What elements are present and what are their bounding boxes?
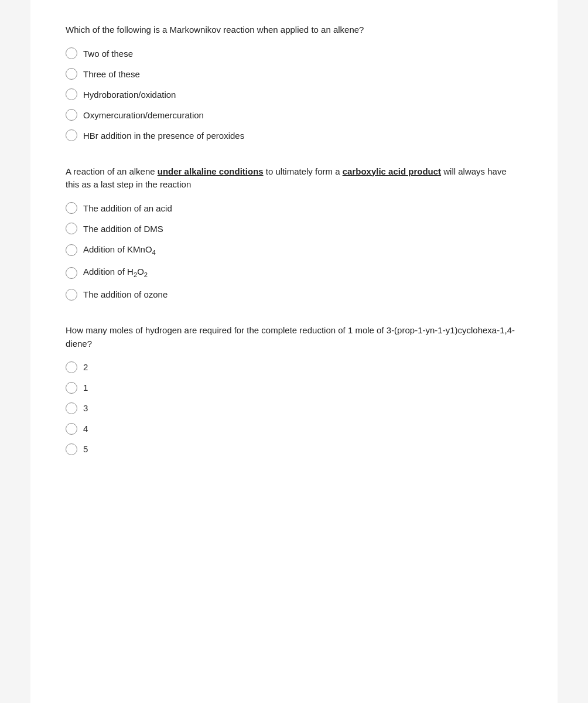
question-1-text: Which of the following is a Markownikov … (66, 23, 522, 37)
list-item[interactable]: 1 (66, 381, 522, 394)
option-label: Three of these (83, 68, 140, 80)
list-item[interactable]: Addition of KMnO4 (66, 243, 522, 258)
question-1: Which of the following is a Markownikov … (66, 23, 522, 142)
radio-button[interactable] (66, 267, 77, 279)
list-item[interactable]: Two of these (66, 47, 522, 60)
radio-button[interactable] (66, 47, 77, 59)
radio-button[interactable] (66, 443, 77, 455)
radio-button[interactable] (66, 129, 77, 141)
list-item[interactable]: Hydroboration/oxidation (66, 88, 522, 101)
option-label: The addition of ozone (83, 288, 167, 301)
radio-button[interactable] (66, 382, 77, 394)
option-label: 2 (83, 361, 88, 373)
radio-button[interactable] (66, 402, 77, 414)
option-label: 4 (83, 422, 88, 435)
list-item[interactable]: 3 (66, 402, 522, 414)
radio-button[interactable] (66, 68, 77, 80)
list-item[interactable]: HBr addition in the presence of peroxide… (66, 129, 522, 142)
question-2: A reaction of an alkene under alkaline c… (66, 165, 522, 301)
question-3: How many moles of hydrogen are required … (66, 324, 522, 455)
list-item[interactable]: 4 (66, 422, 522, 435)
list-item[interactable]: 2 (66, 361, 522, 373)
list-item[interactable]: The addition of an acid (66, 202, 522, 214)
option-label: 5 (83, 443, 88, 455)
page-container: Which of the following is a Markownikov … (30, 0, 558, 703)
list-item[interactable]: 5 (66, 443, 522, 455)
option-label: Addition of H2O2 (83, 265, 148, 280)
radio-button[interactable] (66, 88, 77, 100)
list-item[interactable]: The addition of ozone (66, 288, 522, 301)
option-label: Two of these (83, 47, 133, 60)
option-label: 1 (83, 381, 88, 394)
radio-button[interactable] (66, 361, 77, 373)
question-1-options: Two of these Three of these Hydroboratio… (66, 47, 522, 142)
option-label: Addition of KMnO4 (83, 243, 156, 258)
radio-button[interactable] (66, 109, 77, 121)
option-label: Hydroboration/oxidation (83, 88, 176, 101)
option-label: The addition of DMS (83, 223, 163, 235)
option-label: The addition of an acid (83, 202, 172, 214)
option-label: 3 (83, 402, 88, 414)
list-item[interactable]: Addition of H2O2 (66, 265, 522, 280)
radio-button[interactable] (66, 202, 77, 214)
option-label: HBr addition in the presence of peroxide… (83, 129, 244, 142)
question-2-options: The addition of an acid The addition of … (66, 202, 522, 301)
radio-button[interactable] (66, 244, 77, 256)
list-item[interactable]: The addition of DMS (66, 223, 522, 235)
question-3-options: 2 1 3 4 5 (66, 361, 522, 455)
question-2-text: A reaction of an alkene under alkaline c… (66, 165, 522, 192)
list-item[interactable]: Three of these (66, 68, 522, 80)
radio-button[interactable] (66, 289, 77, 301)
question-3-text: How many moles of hydrogen are required … (66, 324, 522, 350)
list-item[interactable]: Oxymercuration/demercuration (66, 109, 522, 121)
radio-button[interactable] (66, 223, 77, 234)
radio-button[interactable] (66, 423, 77, 435)
option-label: Oxymercuration/demercuration (83, 109, 204, 121)
